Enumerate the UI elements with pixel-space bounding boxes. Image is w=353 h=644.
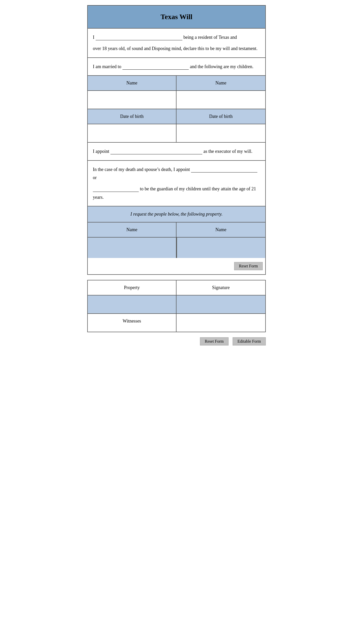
reset-btn-row-top: Reset Form	[88, 258, 265, 274]
property-name-inputs	[88, 238, 265, 258]
main-form: Texas Will I being a resident of Texas a…	[87, 5, 266, 275]
property-input[interactable]	[90, 300, 173, 305]
dob-inputs	[88, 124, 265, 143]
witnesses-row: Witnesses	[88, 314, 265, 332]
child1-name-input[interactable]	[90, 95, 173, 101]
child-name-col1-header: Name	[88, 76, 176, 90]
property-name1-input[interactable]	[90, 242, 173, 247]
married-section: I am married to and the following are my…	[88, 58, 265, 76]
property-signature-inputs	[88, 295, 265, 314]
property-italic-section: I request the people below, the followin…	[88, 206, 265, 222]
property-italic-text: I request the people below, the followin…	[131, 212, 223, 217]
resident-name-input[interactable]	[96, 35, 182, 40]
executor-post: as the executor of my will.	[204, 149, 253, 154]
intro-line2: over 18 years old, of sound and Disposin…	[93, 46, 257, 51]
form-header: Texas Will	[88, 6, 265, 29]
dob-col1-header: Date of birth	[88, 109, 176, 124]
child-name-col2-header: Name	[176, 76, 265, 90]
form-title: Texas Will	[92, 13, 261, 21]
child2-dob-input[interactable]	[179, 129, 263, 134]
executor-input[interactable]	[110, 149, 202, 154]
bottom-table: Property Signature Witnesses	[87, 280, 266, 332]
property-name-headers: Name Name	[88, 222, 265, 238]
property-name2-cell	[176, 238, 265, 258]
child1-dob-cell	[88, 124, 176, 142]
property-col-header: Property	[88, 280, 176, 295]
children-name-inputs	[88, 91, 265, 109]
bottom-table-headers: Property Signature	[88, 280, 265, 295]
property-name2-input[interactable]	[180, 242, 263, 247]
guardian1-input[interactable]	[191, 167, 257, 172]
dob-col2-header: Date of birth	[176, 109, 265, 124]
child1-name-cell	[88, 91, 176, 109]
guardian-line1-pre: In the case of my death and spouse’s dea…	[93, 167, 190, 172]
witnesses-input-cell	[176, 314, 265, 332]
signature-input[interactable]	[179, 300, 263, 305]
child2-name-cell	[176, 91, 265, 109]
property-name-col1-header: Name	[88, 222, 176, 237]
married-post: and the following are my children.	[190, 64, 253, 69]
signature-input-cell	[176, 295, 265, 313]
guardian-line1-post: or	[93, 175, 97, 180]
reset-form-button-top[interactable]: Reset Form	[234, 262, 263, 270]
executor-section: I appoint as the executor of my will.	[88, 143, 265, 160]
guardian-section: In the case of my death and spouse’s dea…	[88, 161, 265, 207]
intro-section: I being a resident of Texas and over 18 …	[88, 29, 265, 58]
property-input-cell	[88, 295, 176, 313]
property-name1-cell	[88, 238, 176, 258]
child2-name-input[interactable]	[179, 95, 263, 101]
witnesses-label: Witnesses	[88, 314, 176, 332]
editable-form-button[interactable]: Editable Form	[233, 337, 266, 345]
property-name-col2-header: Name	[176, 222, 265, 237]
intro-line1-pre: I	[93, 35, 94, 40]
executor-pre: I appoint	[93, 149, 109, 154]
dob-headers: Date of birth Date of birth	[88, 109, 265, 124]
spouse-name-input[interactable]	[122, 64, 189, 70]
child2-dob-cell	[176, 124, 265, 142]
children-name-headers: Name Name	[88, 76, 265, 91]
intro-line1-post: being a resident of Texas and	[183, 35, 237, 40]
signature-col-header: Signature	[176, 280, 265, 295]
reset-form-button-bottom[interactable]: Reset Form	[200, 337, 229, 345]
guardian2-input[interactable]	[93, 186, 139, 192]
child1-dob-input[interactable]	[90, 129, 173, 134]
bottom-buttons-row: Reset Form Editable Form	[87, 337, 266, 345]
witnesses-input[interactable]	[179, 318, 263, 324]
married-pre: I am married to	[93, 64, 121, 69]
